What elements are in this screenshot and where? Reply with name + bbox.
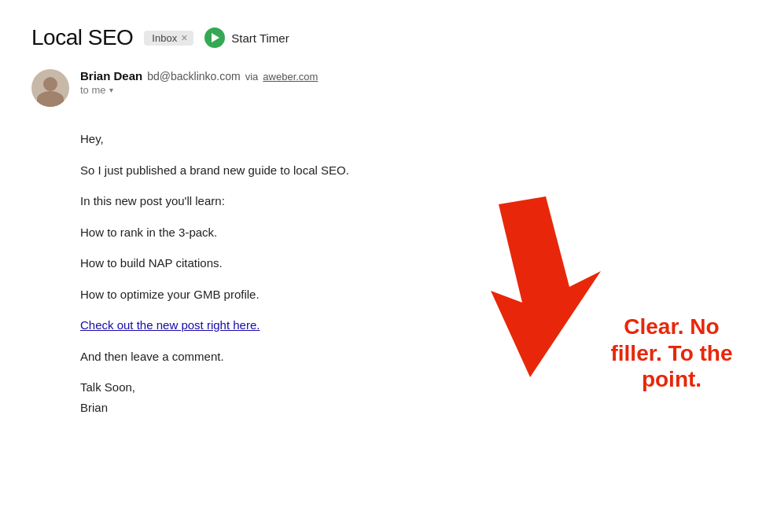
email-paragraph-4: How to rank in the 3-pack. — [80, 222, 582, 243]
via-domain: aweber.com — [263, 71, 318, 83]
inbox-label: Inbox — [152, 32, 177, 44]
inbox-close-icon[interactable]: × — [181, 32, 187, 43]
to-me-label: to me — [80, 84, 106, 96]
email-sign-off: Talk Soon, Brian — [80, 377, 582, 417]
sign-off-line1: Talk Soon, — [80, 380, 135, 394]
email-container: Local SEO Inbox × Start Timer Brian Dean… — [0, 0, 613, 460]
email-header: Local SEO Inbox × Start Timer — [31, 25, 582, 50]
email-paragraph-3: In this new post you'll learn: — [80, 191, 582, 211]
avatar — [31, 69, 69, 107]
play-icon — [204, 28, 225, 48]
via-text: via — [245, 71, 259, 83]
sender-email: bd@backlinko.com — [147, 70, 241, 83]
email-title: Local SEO — [31, 25, 133, 50]
email-paragraph-1: Hey, — [80, 129, 582, 149]
inbox-badge: Inbox × — [144, 31, 193, 46]
email-paragraph-5: How to build NAP citations. — [80, 253, 582, 273]
chevron-down-icon: ▾ — [109, 86, 113, 94]
email-paragraph-8: And then leave a comment. — [80, 347, 582, 367]
to-me-row[interactable]: to me ▾ — [80, 84, 318, 96]
email-body: Hey, So I just published a brand new gui… — [31, 129, 582, 417]
email-paragraph-6: How to optimize your GMB profile. — [80, 284, 582, 305]
email-paragraph-2: So I just published a brand new guide to… — [80, 160, 582, 181]
start-timer-button[interactable]: Start Timer — [204, 28, 289, 48]
start-timer-label: Start Timer — [231, 31, 289, 45]
sender-row: Brian Dean bd@backlinko.com via aweber.c… — [31, 69, 582, 107]
sender-name: Brian Dean — [80, 69, 142, 83]
post-link[interactable]: Check out the new post right here. — [80, 318, 260, 332]
sign-off-line2: Brian — [80, 401, 108, 414]
sender-info: Brian Dean bd@backlinko.com via aweber.c… — [80, 69, 318, 96]
email-paragraph-link: Check out the new post right here. — [80, 315, 582, 336]
sender-name-row: Brian Dean bd@backlinko.com via aweber.c… — [80, 69, 318, 83]
annotation-text: Clear. No filler. To the point. — [609, 314, 735, 393]
